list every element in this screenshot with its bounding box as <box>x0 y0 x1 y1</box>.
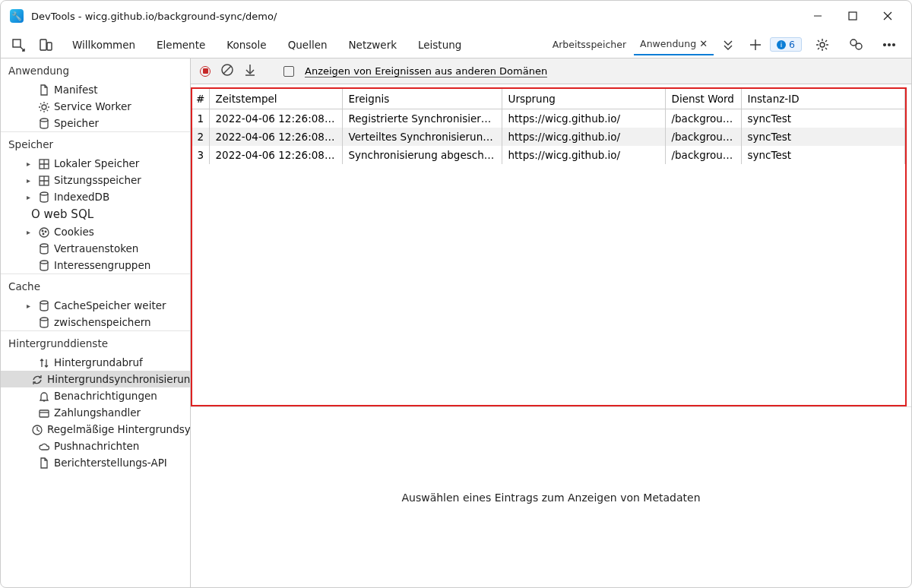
close-button[interactable] <box>870 4 905 28</box>
other-domains-checkbox[interactable] <box>283 66 294 77</box>
tab-elements[interactable]: Elemente <box>147 34 214 55</box>
tab-performance[interactable]: Leistung <box>409 34 470 55</box>
col-event[interactable]: Ereignis <box>342 89 502 109</box>
svg-point-9 <box>820 43 825 47</box>
svg-point-14 <box>893 43 895 46</box>
col-origin[interactable]: Ursprung <box>502 89 665 109</box>
cell-or: https://wicg.github.io/ <box>502 128 665 146</box>
cell-sw: /backgroun... <box>665 146 741 164</box>
svg-point-31 <box>40 318 48 321</box>
main: Anwendung ManifestService WorkerSpeicher… <box>1 58 911 587</box>
svg-point-29 <box>40 261 48 264</box>
download-button[interactable] <box>244 64 256 78</box>
feedback-button[interactable] <box>843 33 869 56</box>
sidebar-item-label: Berichterstellungs-API <box>54 457 167 469</box>
db-icon <box>37 259 49 271</box>
tab-application[interactable]: Anwendung✕ <box>634 33 714 55</box>
record-button[interactable] <box>200 66 211 77</box>
content: Anzeigen von Ereignissen aus anderen Dom… <box>191 58 911 587</box>
sidebar-item-service-worker[interactable]: Service Worker <box>1 98 190 115</box>
sidebar-item-hintergrundabruf[interactable]: Hintergrundabruf <box>1 354 190 371</box>
cell-sw: /backgroun... <box>665 109 741 128</box>
sidebar-item-label: Benachrichtigungen <box>54 390 157 402</box>
chevron-icon: ▸ <box>27 176 33 185</box>
file-icon <box>37 84 49 96</box>
db-icon <box>37 117 49 129</box>
settings-button[interactable] <box>809 33 835 56</box>
sidebar-item-hintergrundsynchronisierung[interactable]: Hintergrundsynchronisierung <box>1 371 190 387</box>
issues-badge[interactable]: i6 <box>770 37 802 52</box>
sidebar-item-interessengruppen[interactable]: Interessengruppen <box>1 257 190 273</box>
sidebar-item-zahlungshandler[interactable]: Zahlungshandler <box>1 404 190 421</box>
sidebar-item-label: Manifest <box>54 84 98 96</box>
sidebar-item-label: Interessengruppen <box>54 259 150 271</box>
sidebar-item-label: Hintergrundsynchronisierung <box>47 373 191 385</box>
col-sw[interactable]: Dienst Word <box>665 89 741 109</box>
sidebar: Anwendung ManifestService WorkerSpeicher… <box>1 58 191 587</box>
sidebar-item-pushnachrichten[interactable]: Pushnachrichten <box>1 438 190 454</box>
svg-line-36 <box>223 66 231 74</box>
tab-sources[interactable]: Quellen <box>279 34 337 55</box>
clear-button[interactable] <box>221 64 233 78</box>
sidebar-item-cachespeicher-weiter[interactable]: ▸CacheSpeicher weiter <box>1 297 190 314</box>
tab-welcome[interactable]: Willkommen <box>63 34 144 55</box>
svg-point-13 <box>888 43 891 46</box>
cell-ev: Registrierte Synchronisierung <box>342 109 502 128</box>
cell-ev: Synchronisierung abgeschlossen <box>342 146 502 164</box>
sidebar-item-berichterstellungs-api[interactable]: Berichterstellungs-API <box>1 454 190 471</box>
sidebar-item-indexeddb[interactable]: ▸IndexedDB <box>1 188 190 205</box>
tab-memory[interactable]: Arbeitsspeicher <box>546 34 632 55</box>
minimize-button[interactable] <box>800 4 835 28</box>
sidebar-item-label: Hintergrundabruf <box>54 356 143 368</box>
other-domains-label: Anzeigen von Ereignissen aus anderen Dom… <box>305 65 547 77</box>
tab-console[interactable]: Konsole <box>217 34 275 55</box>
col-instance[interactable]: Instanz-ID <box>741 89 905 109</box>
sidebar-item-sitzungsspeicher[interactable]: ▸Sitzungsspeicher <box>1 172 190 188</box>
sidebar-item-speicher[interactable]: Speicher <box>1 115 190 131</box>
sidebar-item-regelmäßige-hintergrundsynchronisierung[interactable]: Regelmäßige Hintergrundsynchronisierung <box>1 421 190 438</box>
more-tabs-button[interactable] <box>715 33 741 56</box>
cell-or: https://wicg.github.io/ <box>502 146 665 164</box>
table-row[interactable]: 32022-04-06 12:26:08.0...Synchronisierun… <box>192 146 905 164</box>
main-tabs: Willkommen Elemente Konsole Quellen Netz… <box>63 34 470 55</box>
svg-point-16 <box>40 119 48 122</box>
add-tab-button[interactable] <box>743 33 768 56</box>
sidebar-item-o-web-sql[interactable]: O web SQL <box>1 205 190 223</box>
section-application: Anwendung <box>1 58 190 81</box>
sidebar-item-lokaler-speicher[interactable]: ▸Lokaler Speicher <box>1 155 190 172</box>
events-table-wrap: # Zeitstempel Ereignis Ursprung Dienst W… <box>191 87 907 406</box>
inspect-button[interactable] <box>5 33 31 56</box>
svg-point-10 <box>850 40 857 46</box>
section-background: Hintergrunddienste <box>1 330 190 354</box>
device-button[interactable] <box>33 33 59 56</box>
maximize-button[interactable] <box>835 4 870 28</box>
tab-network[interactable]: Netzwerk <box>340 34 407 55</box>
sidebar-item-label: Pushnachrichten <box>54 440 139 452</box>
table-row[interactable]: 12022-04-06 12:26:08.0...Registrierte Sy… <box>192 109 905 128</box>
updown-icon <box>37 356 49 368</box>
sidebar-item-zwischenspeichern[interactable]: zwischenspeichern <box>1 314 190 330</box>
app-icon: 🔧 <box>10 9 24 23</box>
close-icon[interactable]: ✕ <box>699 38 708 49</box>
sync-icon <box>31 373 43 385</box>
col-timestamp[interactable]: Zeitstempel <box>209 89 342 109</box>
sidebar-item-vertrauenstoken[interactable]: Vertrauenstoken <box>1 240 190 257</box>
table-row[interactable]: 22022-04-06 12:26:08.0...Verteiltes Sync… <box>192 128 905 146</box>
file-icon <box>37 457 49 469</box>
sidebar-item-label: CacheSpeicher weiter <box>54 299 166 311</box>
svg-point-23 <box>40 192 48 195</box>
clock-icon <box>31 423 43 435</box>
menu-button[interactable] <box>876 33 902 56</box>
control-bar: Anzeigen von Ereignissen aus anderen Dom… <box>191 58 911 84</box>
cell-ts: 2022-04-06 12:26:08.0... <box>209 146 342 164</box>
sidebar-item-benachrichtigungen[interactable]: Benachrichtigungen <box>1 387 190 404</box>
cell-n: 2 <box>192 128 209 146</box>
chevron-icon: ▸ <box>27 228 33 236</box>
sidebar-item-manifest[interactable]: Manifest <box>1 81 190 98</box>
cookie-icon <box>37 226 49 238</box>
db-icon <box>37 191 49 203</box>
titlebar: 🔧 DevTools - wicg.github.io/background-s… <box>1 1 911 31</box>
sidebar-item-cookies[interactable]: ▸Cookies <box>1 223 190 240</box>
col-num[interactable]: # <box>192 89 209 109</box>
cell-sw: /backgroun... <box>665 128 741 146</box>
